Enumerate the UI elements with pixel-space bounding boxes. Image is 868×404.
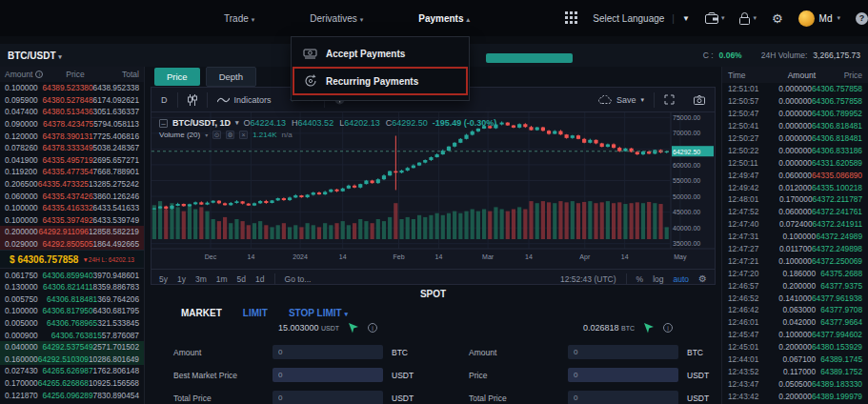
chart-clock[interactable]: 12:52:43 (UTC) [560,274,616,284]
orderbook-ask-row[interactable]: 0.04190064335.4957192695.657271 [0,154,144,167]
last-price: $ 64306.757858 [10,254,78,265]
orderbook-bid-row[interactable]: 0.02743064265.6269871762.806148 [0,365,144,377]
sell-total-price-input[interactable] [568,391,678,404]
field-label: Amount [173,348,273,357]
screenshot-button[interactable] [684,95,715,105]
orderbook-ask-row[interactable]: 0.20650064335.47332513285.275242 [0,178,144,191]
menu-item-accept-payments[interactable]: Accept Payments [292,41,469,66]
amount-cell: 0.117000 [770,367,816,376]
security-menu[interactable]: ▾ [739,12,757,25]
chart-container: D Indicators ↶ ↷ [151,87,716,285]
trade-history-row: 12:50:410.00000064306.818481 [722,120,868,132]
sell-amount-input[interactable] [568,345,678,359]
eye-icon[interactable]: ⊙ [212,131,221,139]
svg-text:64292.50: 64292.50 [673,149,700,155]
fullscreen-button[interactable] [655,94,684,105]
time-cell: 12:46:42 [728,305,770,314]
timeframe-1y[interactable]: 1y [177,274,186,284]
nav-trade[interactable]: Trade▾ [224,13,254,24]
timeframe-3m[interactable]: 3m [195,274,207,284]
trade-history-row: 12:46:520.14100064377.961938 [722,292,868,304]
trade-history-row: 12:46:420.06300064377.9708 [722,304,868,316]
percent-scale-button[interactable]: % [636,274,644,284]
orderbook-ask-row[interactable]: 0.04740064380.5134363051.636337 [0,106,144,118]
axis-settings-gear-icon[interactable]: ⚙ [698,273,707,284]
volume-indicator-label[interactable]: Volume (20) [159,131,200,139]
time-cell: 12:47:40 [728,219,768,229]
chart-symbol[interactable]: BTC/USDT, 1D [172,118,231,128]
interval-button[interactable]: D [151,88,177,111]
price-cell: 64372.241911 [813,219,862,229]
orderbook-ask-row[interactable]: 0.10000064389.5233806438.952338 [0,82,144,94]
info-icon[interactable]: i [35,71,43,78]
orderbook-ask-row[interactable]: 0.09590064380.5278486174.092621 [0,94,144,107]
orderbook-ask-row[interactable]: 0.06000064335.4374263860.126246 [0,190,144,202]
timeframe-1d[interactable]: 1d [255,274,264,284]
tab-depth[interactable]: Depth [206,67,256,87]
auto-scale-button[interactable]: auto [673,274,689,284]
field-unit: USDT [383,371,415,380]
total-cell: 3860.126246 [93,192,139,201]
pair-selector[interactable]: BTC/USDT ▾ [8,50,62,61]
info-icon[interactable]: i [663,323,673,333]
menu-item-recurring-payments[interactable]: Recurring Payments [293,68,467,94]
amount-cell: 0.000000 [768,109,812,118]
orderbook-bid-row[interactable]: 0.00575064306.818481369.764206 [0,293,144,306]
orderbook-bid-row[interactable]: 0.00500064306.768965321.533845 [0,317,144,330]
orderbook-bid-row[interactable]: 0.00090064306.76381557.876087 [0,329,144,341]
timeframe-5d[interactable]: 5d [237,274,246,284]
save-layout-button[interactable]: Save ▾ [589,95,654,105]
buy-amount-input[interactable] [273,345,383,359]
orderbook-bid-row[interactable]: 0.10000064306.8179506430.681795 [0,305,144,317]
sell-price-input[interactable] [568,368,678,382]
tab-stop-limit[interactable]: STOP LIMIT ▾ [289,308,348,318]
orderbook-ask-row[interactable]: 0.20000064292.91109612858.582219 [0,226,144,238]
orderbook-ask-row[interactable]: 0.10000064335.4163326433.541633 [0,202,144,214]
wallet-menu[interactable]: ▾ [705,12,725,24]
amount-cell: 0.000900 [5,331,49,340]
info-icon[interactable]: i [368,323,377,333]
total-cell: 57.876087 [102,331,139,340]
goto-button[interactable]: Go to... [285,274,312,284]
price-cell: 64380.513436 [42,107,92,116]
orderbook-ask-row[interactable]: 0.12000064378.3901317725.406816 [0,130,144,142]
timeframe-5y[interactable]: 5y [159,274,168,284]
collapse-legend-icon[interactable]: – [159,119,168,128]
log-scale-button[interactable]: log [653,274,663,284]
price-cell: 64389.1745 [816,354,862,364]
gear-icon[interactable]: ⚙ [226,131,234,139]
candle-style-button[interactable] [178,88,207,111]
amount-cell: 0.061750 [5,271,42,280]
nav-derivatives[interactable]: Derivatives▾ [310,13,363,24]
buy-total-price-input[interactable] [273,391,383,404]
orderbook-bid-row[interactable]: 0.16000064292.51030910286.801649 [0,353,144,365]
indicators-button[interactable]: Indicators [208,88,281,111]
help-icon[interactable]: ? [856,12,868,25]
orderbook-bid-row[interactable]: 0.06175064306.8599403970.948601 [0,269,144,281]
language-selector[interactable]: Select Language|▼ [593,13,690,24]
nav-payments[interactable]: Payments▴ [418,13,470,24]
orderbook-ask-row[interactable]: 0.02900064292.8505051864.492665 [0,238,144,251]
tab-price[interactable]: Price [154,68,200,86]
orderbook-ask-row[interactable]: 0.07826064378.3333495038.248367 [0,142,144,154]
close-icon[interactable]: × [239,131,248,139]
tab-limit[interactable]: LIMIT [243,308,268,318]
tab-market[interactable]: MARKET [181,308,222,318]
orderbook-ask-row[interactable]: 0.10000064335.3974926433.539749 [0,214,144,227]
time-cell: 12:50:47 [728,109,768,118]
orderbook-ask-row[interactable]: 0.11920064335.4773547668.788901 [0,166,144,178]
orderbook-bid-row[interactable]: 0.17000064265.62686810925.156568 [0,377,144,390]
settings-gear-icon[interactable]: ⚙ [772,11,783,26]
orderbook-bid-row[interactable]: 0.04000064292.5375492571.701502 [0,341,144,354]
apps-grid-icon[interactable] [565,11,577,26]
user-menu[interactable]: Md▾ [798,10,840,27]
orderbook-ask-row[interactable]: 0.09000064378.4234755794.058113 [0,118,144,131]
orderbook-bid-row[interactable]: 0.12187064256.0962897830.890454 [0,389,144,401]
buy-field-row: AmountBTC [173,344,415,360]
amount-cell: 0.100000 [770,232,816,241]
timeframe-1m[interactable]: 1m [216,274,228,284]
total-cell: 5794.058113 [93,119,139,129]
price-cell: 64380.153929 [812,342,862,352]
orderbook-bid-row[interactable]: 0.13000064306.8214118359.886783 [0,281,144,293]
buy-best-market-price-input[interactable] [273,368,383,382]
